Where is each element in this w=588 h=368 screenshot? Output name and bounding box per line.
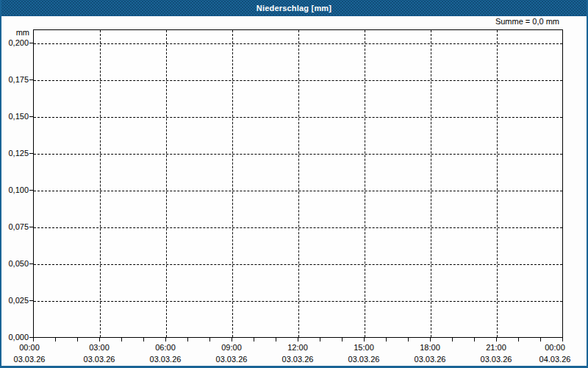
plot-area: [33, 29, 563, 338]
x-tick-time-label: 00:00: [529, 343, 581, 353]
x-axis-tick: [408, 338, 409, 342]
x-axis-tick: [496, 338, 497, 342]
y-tick-label: 0,075: [1, 222, 29, 232]
y-axis-tick: [29, 190, 33, 191]
x-axis-tick: [386, 338, 387, 342]
x-tick-time-label: 06:00: [140, 343, 191, 353]
gridline-vertical: [431, 30, 431, 337]
x-axis-tick: [342, 338, 343, 342]
x-tick-time-label: 12:00: [272, 343, 323, 353]
y-tick-label: 0,175: [1, 75, 29, 85]
x-axis-tick: [474, 338, 475, 342]
x-axis-tick: [187, 338, 188, 342]
x-axis-tick: [298, 338, 298, 342]
x-tick-time-label: 18:00: [404, 343, 456, 353]
x-tick-date-label: 03.03.26: [338, 355, 390, 364]
chart-title: Niederschlag [mm]: [257, 4, 331, 13]
y-tick-label: 0,125: [1, 149, 29, 158]
titlebar: Niederschlag [mm]: [0, 0, 588, 16]
x-tick-time-label: 09:00: [206, 343, 257, 353]
y-tick-label: 0,200: [1, 38, 29, 48]
x-tick-date-label: 04.03.26: [529, 355, 581, 364]
x-axis-tick: [452, 338, 453, 342]
y-axis-tick: [29, 300, 33, 301]
x-axis-tick: [254, 338, 254, 342]
x-tick-date-label: 03.03.26: [272, 355, 323, 364]
x-tick-time-label: 03:00: [74, 343, 125, 353]
y-tick-label: 0,150: [1, 112, 29, 121]
x-tick-date-label: 03.03.26: [206, 355, 257, 364]
x-axis-tick: [430, 338, 431, 342]
x-axis-tick: [364, 338, 365, 342]
y-axis-tick: [29, 153, 33, 154]
x-tick-date-label: 03.03.26: [74, 355, 125, 364]
x-axis-tick: [320, 338, 320, 342]
y-tick-label: 0,100: [1, 185, 29, 195]
gridline-vertical: [497, 30, 498, 337]
y-tick-label: 0,000: [1, 333, 29, 342]
x-axis-tick: [209, 338, 210, 342]
y-axis-tick: [29, 227, 33, 227]
x-axis-tick: [165, 338, 166, 342]
y-axis-tick: [29, 263, 33, 264]
x-axis-tick: [143, 338, 144, 342]
x-axis-tick: [562, 338, 563, 342]
x-tick-date-label: 03.03.26: [140, 355, 191, 364]
x-axis-tick: [540, 338, 541, 342]
x-axis-tick: [77, 338, 78, 342]
gridline-vertical: [365, 30, 365, 337]
y-axis-tick: [29, 116, 33, 117]
sum-annotation: Summe = 0,0 mm: [495, 17, 559, 26]
y-tick-label: 0,025: [1, 296, 29, 305]
x-axis-tick: [518, 338, 519, 342]
y-tick-label: 0,050: [1, 259, 29, 269]
y-axis-tick: [29, 43, 33, 43]
x-axis-tick: [276, 338, 276, 342]
y-axis-tick: [29, 79, 33, 80]
x-tick-time-label: 15:00: [338, 343, 390, 353]
x-tick-date-label: 03.03.26: [4, 355, 55, 364]
x-axis-tick: [33, 338, 34, 342]
x-tick-time-label: 00:00: [4, 343, 55, 353]
x-tick-date-label: 03.03.26: [404, 355, 456, 364]
gridline-vertical: [100, 30, 101, 337]
x-axis-tick: [121, 338, 122, 342]
x-axis-tick: [55, 338, 56, 342]
gridline-vertical: [166, 30, 167, 337]
x-tick-date-label: 03.03.26: [470, 355, 522, 364]
chart-window: Niederschlag [mm] Summe = 0,0 mm mm 0,20…: [0, 0, 588, 368]
y-axis-unit-label: mm: [1, 28, 29, 37]
x-tick-time-label: 21:00: [470, 343, 522, 353]
gridline-vertical: [232, 30, 233, 337]
x-axis-tick: [99, 338, 100, 342]
x-axis-tick: [232, 338, 232, 342]
gridline-vertical: [298, 30, 299, 337]
